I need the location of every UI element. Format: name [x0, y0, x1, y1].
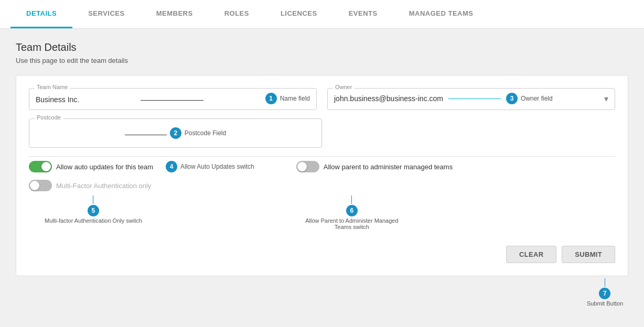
badge-3: 3 — [506, 93, 518, 104]
annotation-5-text: Multi-factor Authentication Only switch — [45, 217, 142, 224]
annotation-1-text: Name field — [280, 95, 310, 102]
tab-members[interactable]: MEMBERS — [141, 0, 209, 28]
team-name-field[interactable]: Team Name Business Inc. 1 Name field — [29, 88, 317, 110]
parent-admin-label: Allow parent to administer managed teams — [324, 163, 453, 171]
team-name-underline — [141, 100, 203, 101]
owner-underline — [448, 99, 501, 99]
tab-details[interactable]: DETAILS — [10, 0, 72, 28]
badge-6: 6 — [346, 205, 358, 216]
submit-button[interactable]: SUBMIT — [562, 246, 615, 263]
postcode-row: Postcode 2 Postcode Field — [29, 118, 615, 148]
tab-services[interactable]: SERVICES — [72, 0, 141, 28]
badge-5: 5 — [88, 205, 99, 216]
divider — [29, 156, 615, 157]
page-subtitle: Use this page to edit the team details — [16, 57, 628, 64]
team-name-value: Business Inc. — [36, 95, 79, 104]
auto-updates-toggle-group: Allow auto updates for this team 4 Allow… — [29, 161, 254, 172]
annotation-7-text: Submit Button — [587, 300, 623, 307]
annotation-4-text: Allow Auto Updates switch — [180, 163, 254, 170]
parent-admin-toggle-group: Allow parent to administer managed teams — [296, 161, 453, 172]
owner-inner: john.business@business-inc.com 3 Owner f… — [334, 93, 604, 104]
owner-email-value: john.business@business-inc.com — [334, 94, 443, 103]
tab-bar: DETAILS SERVICES MEMBERS ROLES LICENCES … — [0, 0, 644, 29]
name-owner-row: Team Name Business Inc. 1 Name field Own… — [29, 88, 615, 110]
team-name-inner: Business Inc. 1 Name field — [36, 93, 310, 104]
tab-roles[interactable]: ROLES — [209, 0, 265, 28]
postcode-inner: 2 Postcode Field — [36, 123, 315, 139]
toggle-main-row: Allow auto updates for this team 4 Allow… — [29, 161, 615, 172]
postcode-label: Postcode — [35, 114, 63, 121]
team-name-group: Team Name Business Inc. 1 Name field — [29, 88, 317, 110]
team-name-label: Team Name — [35, 84, 70, 90]
tab-licences[interactable]: LICENCES — [265, 0, 333, 28]
tab-managed-teams[interactable]: MANAGED TEAMS — [393, 0, 489, 28]
auto-updates-switch[interactable] — [29, 161, 52, 172]
owner-field[interactable]: Owner john.business@business-inc.com 3 O… — [327, 88, 615, 110]
annotation-4-inline: 4 Allow Auto Updates switch — [166, 161, 254, 172]
postcode-group: Postcode 2 Postcode Field — [29, 118, 322, 148]
annotation-1-inline: 1 Name field — [265, 93, 310, 104]
mfa-label: Multi-Factor Authentication only — [56, 182, 151, 190]
actions-row: CLEAR SUBMIT — [29, 241, 615, 263]
postcode-field[interactable]: Postcode 2 Postcode Field — [29, 118, 322, 148]
clear-button[interactable]: CLEAR — [506, 246, 556, 263]
tab-events[interactable]: EVENTS — [333, 0, 393, 28]
annotation-3-inline: 3 Owner field — [506, 93, 553, 104]
mfa-track — [29, 180, 52, 191]
page-title: Team Details — [16, 41, 628, 53]
parent-admin-switch[interactable] — [296, 161, 319, 172]
owner-dropdown-arrow[interactable]: ▾ — [604, 94, 608, 104]
parent-admin-thumb — [297, 162, 307, 171]
details-card: Team Name Business Inc. 1 Name field Own… — [16, 75, 628, 276]
annotation-6-text: Allow Parent to Administer Managed Teams… — [299, 217, 404, 230]
owner-group: Owner john.business@business-inc.com 3 O… — [327, 88, 615, 110]
owner-label: Owner — [333, 84, 354, 90]
mfa-toggle-group: Multi-Factor Authentication only — [29, 180, 615, 191]
annotation-2-inline: 2 Postcode Field — [125, 127, 226, 139]
badge-1: 1 — [265, 93, 277, 104]
badge-7: 7 — [599, 288, 610, 299]
annotation-3-text: Owner field — [521, 95, 553, 102]
badge-2: 2 — [170, 127, 181, 139]
auto-updates-label: Allow auto updates for this team — [56, 163, 153, 171]
auto-updates-track — [29, 161, 52, 172]
badge-4: 4 — [166, 161, 177, 172]
mfa-switch[interactable] — [29, 180, 52, 191]
parent-admin-track — [296, 161, 319, 172]
mfa-thumb — [30, 181, 39, 190]
postcode-underline — [125, 135, 167, 135]
main-content: Team Details Use this page to edit the t… — [0, 29, 644, 319]
auto-updates-thumb — [41, 162, 51, 171]
toggles-section: Allow auto updates for this team 4 Allow… — [29, 161, 615, 230]
annotation-2-text: Postcode Field — [185, 129, 226, 137]
